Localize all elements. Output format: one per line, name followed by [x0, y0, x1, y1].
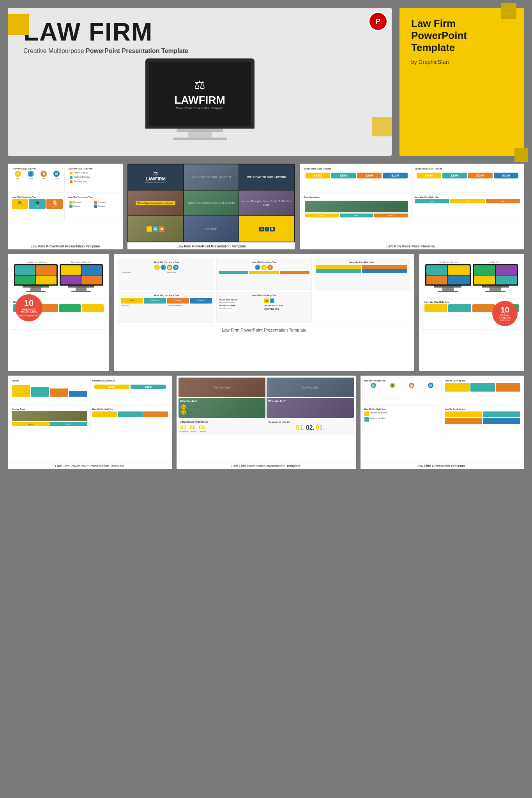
reason-t-3: Dedication: [199, 431, 206, 433]
bottom-left-label: Law Firm PowerPoint Presentation Templat…: [8, 463, 172, 469]
mid-center-card: How We Can Help You ⚖ 👤 📋 🏛 Personal Inj…: [114, 254, 414, 371]
premade-badge-r-num: 10: [500, 305, 509, 314]
bottom-photos-mid: Who We Are? 01 Experience 02 Results: [179, 398, 354, 418]
slide-2: How We Can Help You Personal Injury Crim…: [66, 166, 121, 193]
monitor-1-wrapper: How We Can Help You: [14, 261, 58, 292]
br-title-2: How We Can Help You: [445, 380, 520, 382]
icon-card-rt1: Injury: [416, 200, 448, 202]
icon-card-r2: Claim: [450, 199, 485, 203]
br-ic-4: 🏛: [428, 383, 433, 388]
num-text-2: Results: [187, 411, 195, 413]
slide-4: How We Can Help You Personal Criminal: [66, 194, 121, 221]
mid-section: How We Can Help You: [8, 254, 524, 371]
bullet-sq-1: [70, 172, 72, 175]
text-icon-2: [69, 205, 72, 208]
row1-right-label: Law Firm PowerPoint Presenta...: [300, 243, 524, 249]
mini-slide-3: How We Can Help You: [314, 259, 410, 290]
bar-val-2: $25M: [332, 174, 355, 177]
hire-n1: 01.: [296, 424, 304, 431]
mc3-1: [316, 265, 361, 269]
slide-quad-bottom-right: How We Can Help You ⚖ 👤 📋 🏛: [361, 376, 525, 441]
collage-icons-row: ⚖ 🏛 📋: [145, 225, 166, 233]
mc3-4: [362, 269, 407, 273]
reason-val-1: 01.: [180, 424, 188, 431]
col5-head3: WRONGFUL CLAIM: [264, 304, 309, 307]
reason-nums-row: 01. Experience 02. Results 03. Dedicatio…: [180, 424, 264, 433]
monitor-2-screen: [60, 264, 103, 286]
collage-icon-3: 📋: [159, 226, 164, 232]
icon-card-icon-3: 📜: [48, 200, 62, 205]
reason-val-2: 02.: [190, 424, 197, 431]
dark-collage: ⚖ LAWFIRM PowerPoint Presentation WELCOM…: [127, 164, 295, 242]
text-item-4: Defense: [94, 205, 117, 208]
practice-item-2: Area 2: [340, 214, 374, 217]
br-ic-2: 👤: [390, 383, 395, 388]
br-slide2-content: [445, 383, 520, 392]
bar4-4: Criminal: [190, 298, 212, 304]
bar-val-3: $20M: [358, 174, 381, 177]
slide-title-4: How We Can Help You: [68, 196, 119, 198]
monitor-r-foot1: [438, 291, 458, 292]
icon-item-3: 📋 Case: [38, 171, 50, 179]
monitor-r2-wrapper: How We Can H...: [473, 261, 518, 292]
collage-billions: Billion Of Dollars Won Our Clients: [188, 201, 235, 205]
num-1: 01: [181, 404, 186, 409]
bullet-item-2: Criminal Defense: [70, 176, 117, 179]
num-text-1: Experience: [187, 406, 199, 408]
premade-number: 10: [24, 298, 34, 308]
bc-photo-1: The Attorneys: [179, 378, 266, 397]
collage-photo-2: When Experience Matters Most...: [128, 191, 183, 216]
mi-5: 👤: [255, 265, 260, 270]
mrc-1: [426, 265, 447, 275]
icon-card-text-3: Cases: [48, 206, 62, 208]
monitor-cell-1: [15, 265, 35, 275]
br-s3-icon1: [364, 411, 369, 416]
bl-title-4: How We Can Help You: [92, 408, 168, 410]
mid-right-card: How We Can Help You: [419, 254, 524, 371]
br-slide-1: How We Can Help You ⚖ 👤 📋 🏛: [362, 378, 442, 405]
bar-num-1: $30M: [306, 173, 330, 178]
mrc-5: [474, 265, 495, 275]
bar-num2-2: $25M: [442, 173, 467, 178]
scales-icon: ⚖: [194, 78, 205, 92]
icon-card-icon-2: 🏛: [30, 200, 44, 205]
row1-left-card: How We Can Help You ⚖ Law 👤 Client 📋 C: [8, 164, 123, 249]
product-by: by GraphicStan: [411, 59, 513, 65]
monitors-top: How We Can Help You: [11, 258, 106, 295]
practice-slide: Practice Areas Area 1 Area 2 Area 3: [302, 194, 412, 221]
hire-n3: 03.: [316, 424, 324, 431]
mid-right-content: How We Can Help You: [419, 254, 524, 334]
br-icon-1: ⚖: [364, 383, 383, 388]
practice-item-1: Area 1: [305, 214, 339, 217]
row1: How We Can Help You ⚖ Law 👤 Client 📋 C: [8, 164, 524, 249]
bl-bar1-4: [69, 391, 87, 397]
case-title-1: Successful Case Results: [304, 168, 410, 170]
br-s2-3: [496, 383, 520, 392]
collage-logo-cell: ⚖ LAWFIRM PowerPoint Presentation: [128, 164, 183, 190]
practice-items: Area 1 Area 2 Area 3: [305, 214, 408, 217]
mini-col3-2: [362, 265, 407, 273]
mc3-3: [362, 265, 407, 269]
case-slide-1: Successful Case Results $30M $25M $20M $…: [302, 166, 412, 193]
mini-bar2-2: [249, 271, 279, 274]
monitor-stand-top: [177, 129, 223, 132]
mini-col3-1: [316, 265, 361, 273]
text-icon-3: [94, 201, 97, 204]
collage-sub: PowerPoint Presentation: [145, 181, 166, 184]
mini-slide-5: How We Can Help You PERSONAL INJURY Dolo…: [216, 292, 312, 323]
monitor-r1-content: [425, 264, 471, 286]
col5-icon-1: ⚖: [264, 298, 269, 303]
mid-left-content: How We Can Help You: [8, 254, 109, 334]
hire-n2: 02.: [306, 424, 315, 431]
icon-card-rt2: Claim: [451, 200, 484, 202]
bottom-slide-monitor: How We Can Help You 10 PREMADE TEMPLATES…: [11, 298, 106, 330]
text-icon-1: [69, 201, 72, 204]
subtitle-text: Creative Multipurpose: [23, 48, 84, 54]
collage-exp-text: When Experience Matters Most...: [134, 200, 177, 207]
bullet-text-3: Business Law: [74, 180, 87, 183]
bullet-sq-2: [70, 176, 72, 179]
mini-bar2-1: [219, 271, 249, 274]
bl-slide-3: Practice Areas Area 1 Area 2: [10, 406, 89, 433]
reasons-title: 3 REASONS TO HIRE US: [180, 421, 264, 423]
mini-text-1b: Business Law: [167, 271, 212, 273]
